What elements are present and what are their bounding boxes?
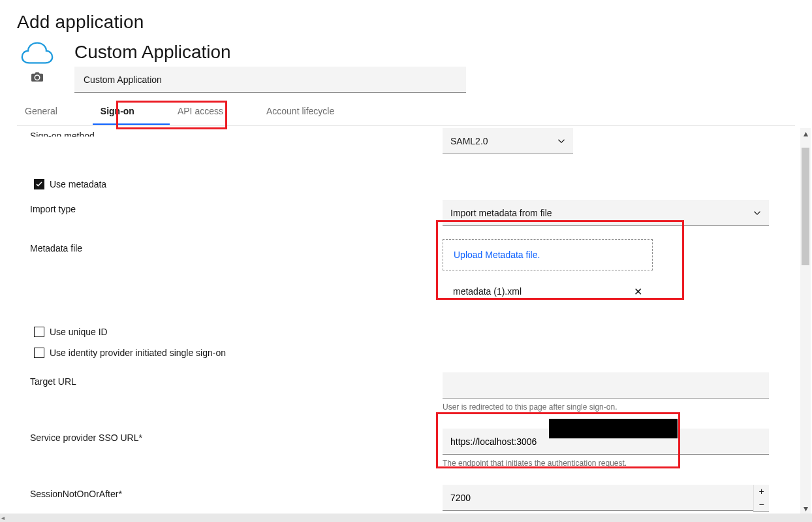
app-name-heading: Custom Application [74,42,466,63]
scroll-up-icon[interactable]: ▴ [800,128,811,139]
sign-on-method-label: Sign-on method [30,128,443,137]
use-idp-sso-label: Use identity provider initiated single s… [50,348,226,358]
use-metadata-label: Use metadata [50,179,106,189]
use-unique-id-label: Use unique ID [50,327,108,337]
page-title: Add application [17,12,795,33]
redaction-sso [549,419,678,438]
horizontal-scrollbar[interactable]: ◂ [0,514,812,522]
tabs: General Sign-on API access Account lifec… [17,98,795,126]
session-label: SessionNotOnOrAfter* [30,485,443,499]
session-increment-button[interactable]: + [753,485,769,498]
target-url-label: Target URL [30,372,443,387]
use-idp-sso-checkbox[interactable] [34,348,44,358]
tab-account-lifecycle[interactable]: Account lifecycle [258,98,369,125]
metadata-file-label: Metadata file [30,239,443,253]
import-type-select[interactable]: Import metadata from file [443,200,769,226]
tab-api-access[interactable]: API access [170,98,258,125]
import-type-value: Import metadata from file [450,208,552,218]
tab-general[interactable]: General [17,98,93,125]
scroll-down-icon[interactable]: ▾ [800,503,811,514]
chevron-down-icon [557,137,565,145]
app-name-input[interactable] [74,67,466,93]
scroll-left-icon[interactable]: ◂ [1,514,5,521]
remove-file-icon[interactable]: ✕ [634,285,642,298]
use-unique-id-checkbox[interactable] [34,327,44,337]
sp-sso-url-label: Service provider SSO URL* [30,429,443,443]
uploaded-file-name: metadata (1).xml [453,286,522,297]
vertical-scrollbar[interactable]: ▴ ▾ [800,128,811,514]
upload-prompt: Upload Metadata file. [454,250,540,260]
chevron-down-icon [753,209,761,217]
use-metadata-checkbox[interactable] [34,179,44,189]
session-decrement-button[interactable]: − [753,498,769,511]
import-type-label: Import type [30,200,443,214]
tab-sign-on[interactable]: Sign-on [93,98,170,125]
camera-icon[interactable] [31,72,43,82]
sign-on-method-select[interactable]: SAML2.0 [443,128,573,154]
session-input[interactable] [443,485,753,511]
target-url-input[interactable] [443,372,769,399]
form-scroll-area: Sign-on method SAML2.0 Use metadata Impo… [0,128,812,514]
sign-on-method-value: SAML2.0 [450,136,488,146]
uploaded-file: metadata (1).xml ✕ [443,278,653,304]
sp-sso-url-helper: The endpoint that initiates the authenti… [443,459,769,468]
cloud-icon [21,42,54,64]
scrollbar-thumb[interactable] [802,148,809,265]
upload-metadata-button[interactable]: Upload Metadata file. [443,239,653,270]
target-url-helper: User is redirected to this page after si… [443,402,769,412]
